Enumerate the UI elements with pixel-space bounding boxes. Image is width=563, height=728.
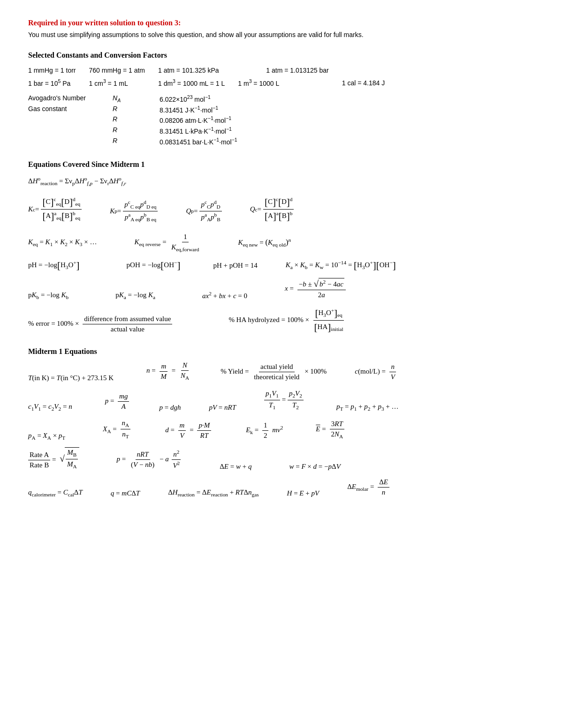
- eq-pressure-mg-a: p = mg A: [105, 391, 131, 412]
- eq-keq-row: Keq = K1 × K2 × K3 × … Keq reverse = 1 K…: [28, 232, 535, 254]
- eq-combined-gas: p1V1 T1 = p2V2 T2: [264, 389, 304, 412]
- required-header: Required in your written solution to que…: [28, 19, 535, 27]
- eq-qp: Qp = pcCpdD paApbB: [186, 199, 221, 224]
- eq-temperature-moles: T(in K) = T(in °C) + 273.15 K n = m M = …: [28, 360, 535, 382]
- eq-moles: n = m M = N NA: [146, 360, 192, 382]
- eq-keq-product: Keq = K1 × K2 × K3 × …: [28, 238, 97, 247]
- eq-dh-reaction: ΔHreaction = ΔEreaction + RTΔngas: [168, 488, 259, 497]
- midterm1-title: Midterm 1 Equations: [28, 347, 535, 356]
- midterm1-equations-section: Midterm 1 Equations T(in K) = T(in °C) +…: [28, 347, 535, 497]
- eq-ph: pH = −log[H3O+]: [28, 260, 80, 271]
- eq-avg-energy: E = 3RT 2NA: [316, 419, 346, 441]
- eq-quadratic-formula: x = −b ± √b2 − 4ac 2a: [285, 278, 346, 300]
- eq-kinetic-energy: Ek = 1 2 mv2: [246, 420, 283, 441]
- eq-percent-error: % error = 100% × difference from assumed…: [28, 314, 172, 334]
- eq-percent-row: % error = 100% × difference from assumed…: [28, 307, 535, 335]
- eq-effusion: Rate A Rate B = √ MB MA: [28, 447, 79, 471]
- eq-partial-pressure: pA = XA × pT: [28, 432, 65, 441]
- eq-delta-h-reaction: ΔHoreaction = ΣνpΔHof,p − ΣνrΔHof,r: [28, 173, 535, 189]
- eq-poh: pOH = −log[OH−]: [127, 260, 181, 271]
- eq-enthalpy: H = E + pV: [287, 489, 320, 497]
- eq-quadratic: ax2 + bx + c = 0: [202, 291, 247, 300]
- eq-pressure-dgh: p = dgh: [159, 404, 181, 412]
- eq-qc: Qc = [C]c[D]d [A]a[B]b: [250, 195, 294, 224]
- eq-effusion-vdw: Rate A Rate B = √ MB MA p = nRT (V − nb): [28, 447, 535, 471]
- eq-pkb: pKb = −log Kb: [28, 291, 68, 300]
- eq-work: w = F × d = −pΔV: [289, 463, 340, 471]
- constants-grid: 1 mmHg = 1 torr 760 mmHg = 1 atm 1 atm =…: [28, 64, 535, 90]
- eq-keq-new: Keq new = (Keq old)n: [238, 237, 291, 248]
- eq-mole-fraction: XA = nA nT: [103, 418, 132, 441]
- eq-de-molar: ΔEmolar = ΔE n: [347, 477, 391, 497]
- eq-q-mcat: q = mCΔT: [111, 489, 140, 497]
- eq-ph-poh: pH = −log[H3O+] pOH = −log[OH−] pH + pOH…: [28, 260, 535, 271]
- eq-kp: Kp = pcC eqpdD eq paA eqpbB eq: [110, 199, 158, 224]
- eq-percent-yield: % Yield = actual yield theoretical yield…: [221, 362, 327, 382]
- eq-concentration: c(mol/L) = n V: [355, 362, 398, 382]
- eq-ka-kb-kw: Ka × Kb = Kw = 10−14 = [H3O+][OH−]: [286, 260, 396, 271]
- eq-ideal-gas: pV = nRT: [209, 404, 236, 412]
- constants-named: Avogadro's Number NA 6.022×1023 mol−1 Ga…: [28, 94, 535, 147]
- eq-keq-reverse: Keq reverse = 1 Keq,forward: [134, 232, 200, 254]
- constants-title: Selected Constants and Conversion Factor…: [28, 51, 535, 60]
- eq-density: d = m V = p·M RT: [165, 420, 213, 441]
- equations-since-midterm1: Equations Covered Since Midterm 1 ΔHorea…: [28, 160, 535, 334]
- eq-dalton: pT = p1 + p2 + p3 + …: [336, 403, 399, 412]
- eq-kc-kp-qp-qc: Kc = [C]ceq[D]deq [A]aeq[B]beq Kp = pcC …: [28, 195, 535, 224]
- intro-text: You must use simplifying assumptions to …: [28, 30, 535, 40]
- eq-temp-conversion: T(in K) = T(in °C) + 273.15 K: [28, 374, 114, 382]
- eq-pka: pKa = −log Ka: [115, 291, 155, 300]
- eq-gas-laws: c1V1 = c2V2 = n p = mg A p = dgh pV = nR…: [28, 389, 535, 412]
- eq-q-cal: qcalorimeter = CcalΔT: [28, 488, 83, 497]
- eq-vdw: p = nRT (V − nb) − a n2 V2: [117, 449, 183, 471]
- eq-first-law: ΔE = w + q: [220, 463, 251, 471]
- eq-pk-quadratic: pKb = −log Kb pKa = −log Ka ax2 + bx + c…: [28, 278, 535, 300]
- constants-section: Selected Constants and Conversion Factor…: [28, 51, 535, 147]
- eq-partial-pressure-kinetic: pA = XA × pT XA = nA nT d = m V = p·M RT…: [28, 418, 535, 441]
- eq-since-midterm1-title: Equations Covered Since Midterm 1: [28, 160, 535, 169]
- eq-kc: Kc = [C]ceq[D]deq [A]aeq[B]beq: [28, 195, 82, 224]
- eq-percent-ha-hydrolyzed: % HA hydrolyzed = 100% × [H3O+]eq [HA]in…: [228, 307, 344, 335]
- eq-dilution: c1V1 = c2V2 = n: [28, 403, 72, 412]
- eq-ph-poh-14: pH + pOH = 14: [213, 262, 257, 270]
- eq-calorimetry: qcalorimeter = CcalΔT q = mCΔT ΔHreactio…: [28, 477, 535, 497]
